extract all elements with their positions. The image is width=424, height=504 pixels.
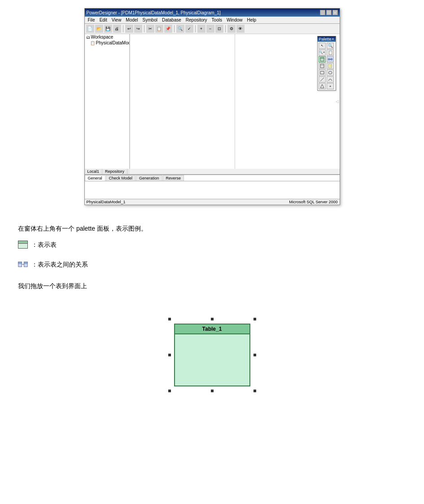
btab-general[interactable]: General xyxy=(85,175,105,181)
status-bar: PhysicalDataModel_1 Microsoft SQL Server… xyxy=(85,199,340,205)
palette-zoom-tool[interactable]: 🔍 xyxy=(327,43,334,49)
handle-bottom-right[interactable] xyxy=(253,389,257,393)
palette-pointer-tool[interactable]: ↖ xyxy=(319,43,326,49)
palette-note-tool[interactable] xyxy=(327,63,334,69)
menu-bar: File Edit View Model Symbol Database Rep… xyxy=(85,17,340,24)
palette-line-tool[interactable] xyxy=(319,76,326,83)
desc-text-1: 在窗体右上角有一个 palette 面板，表示图例。 xyxy=(18,225,147,232)
palette-view-tool[interactable] xyxy=(319,63,326,69)
sidebar: 🗂 Workspace 📋 PhysicalDataModel_1 xyxy=(85,34,130,169)
sidebar-model-label: PhysicalDataModel_1 xyxy=(96,40,130,45)
palette-title-bar: Palette × xyxy=(318,36,336,42)
btab-reverse[interactable]: Reverse xyxy=(163,175,184,181)
table-body-area xyxy=(175,334,249,386)
handle-top-middle[interactable] xyxy=(210,317,214,321)
handle-bottom-middle[interactable] xyxy=(210,389,214,393)
palette-clipboard[interactable]: 📋 xyxy=(327,49,334,56)
tb-open[interactable]: 📂 xyxy=(95,25,103,33)
menu-help[interactable]: Help xyxy=(245,17,259,23)
tb-undo[interactable]: ↩ xyxy=(125,25,133,33)
palette-relation-tool[interactable] xyxy=(327,56,334,62)
table-box: Table_1 xyxy=(174,324,250,386)
desc-text-icon1: ：表示表 xyxy=(31,238,57,251)
tb-zoom-out[interactable]: − xyxy=(206,25,214,33)
canvas-resize-handle[interactable]: ◁ xyxy=(336,99,339,104)
sidebar-item-model[interactable]: 📋 PhysicalDataModel_1 xyxy=(85,40,129,46)
tb-new[interactable]: 📄 xyxy=(86,25,94,33)
desc-icon-row-1: ：表示表 xyxy=(18,238,406,251)
menu-model[interactable]: Model xyxy=(123,17,140,23)
desc-line-2: 我们拖放一个表到界面上 xyxy=(18,280,406,292)
tb-find[interactable]: 🔍 xyxy=(176,25,184,33)
tb-zoom-in[interactable]: + xyxy=(197,25,205,33)
palette-ellipse-tool[interactable] xyxy=(327,70,334,76)
tb-cut[interactable]: ✂ xyxy=(146,25,154,33)
window-title: PowerDesigner - [PDM1PhysicalDataModel_1… xyxy=(87,10,221,15)
maximize-button[interactable]: □ xyxy=(326,10,332,15)
close-button[interactable]: × xyxy=(332,10,338,15)
menu-file[interactable]: File xyxy=(86,17,97,23)
menu-repository[interactable]: Repository xyxy=(184,17,210,23)
table-diagram: Table_1 xyxy=(170,319,255,391)
sidebar-tabs: Local1 Repository xyxy=(85,168,130,174)
tb-paste[interactable]: 📌 xyxy=(164,25,172,33)
app-window: PowerDesigner - [PDM1PhysicalDataModel_1… xyxy=(84,8,340,205)
svg-point-3 xyxy=(328,58,330,60)
sidebar-tab-repository[interactable]: Repository xyxy=(102,169,127,174)
model-icon: 📋 xyxy=(90,41,95,45)
handle-middle-right[interactable] xyxy=(253,353,257,357)
menu-window[interactable]: Window xyxy=(224,17,245,23)
handle-middle-left[interactable] xyxy=(168,353,171,357)
toolbar-sep-1 xyxy=(123,25,123,32)
menu-tools[interactable]: Tools xyxy=(210,17,224,23)
handle-top-left[interactable] xyxy=(168,317,171,321)
svg-point-4 xyxy=(331,58,332,60)
tb-print[interactable]: 🖨 xyxy=(113,25,121,33)
palette-close-icon[interactable]: × xyxy=(332,37,334,41)
btab-generation[interactable]: Generation xyxy=(136,175,162,181)
palette-grid: ↖ 🔍 🔍+ 📋 xyxy=(318,42,336,90)
sidebar-workspace-label: Workspace xyxy=(91,35,114,39)
svg-marker-13 xyxy=(320,84,324,88)
menu-view[interactable]: View xyxy=(109,17,124,23)
workspace-icon: 🗂 xyxy=(86,35,90,39)
tb-generate[interactable]: ⚙ xyxy=(227,25,236,33)
tb-zoom-fit[interactable]: ⊡ xyxy=(215,25,223,33)
tb-redo[interactable]: ↪ xyxy=(134,25,142,33)
menu-edit[interactable]: Edit xyxy=(97,17,109,23)
menu-symbol[interactable]: Symbol xyxy=(140,17,160,23)
toolbar-sep-4 xyxy=(195,25,196,32)
tb-preview[interactable]: 👁 xyxy=(236,25,245,33)
canvas-guide-line xyxy=(235,34,235,169)
palette-table-tool[interactable] xyxy=(319,56,326,62)
palette-zoom-plus[interactable]: 🔍+ xyxy=(319,49,326,56)
minimize-button[interactable]: _ xyxy=(320,10,325,15)
palette-rect-tool[interactable] xyxy=(319,70,326,76)
diagram-canvas[interactable]: Palette × ↖ 🔍 🔍+ 📋 xyxy=(130,34,340,169)
handle-top-right[interactable] xyxy=(253,317,257,321)
bottom-content xyxy=(85,181,340,197)
svg-line-12 xyxy=(320,78,324,81)
btab-check[interactable]: Check Model xyxy=(106,175,136,181)
handle-bottom-left[interactable] xyxy=(168,389,171,393)
toolbar-sep-5 xyxy=(225,25,226,32)
svg-rect-7 xyxy=(328,64,332,68)
svg-point-11 xyxy=(328,71,332,74)
description-section: 在窗体右上角有一个 palette 面板，表示图例。 ：表示表 ：表示表之间的关… xyxy=(0,213,424,315)
palette-triangle-tool[interactable] xyxy=(319,83,326,89)
desc-icon-row-2: ：表示表之间的关系 xyxy=(18,258,406,271)
desc-text-2: 我们拖放一个表到界面上 xyxy=(18,282,87,289)
sidebar-item-workspace[interactable]: 🗂 Workspace xyxy=(85,34,129,40)
svg-rect-19 xyxy=(24,262,27,264)
menu-database[interactable]: Database xyxy=(160,17,184,23)
palette-extra-tool[interactable]: + xyxy=(327,83,334,89)
main-area: 🗂 Workspace 📋 PhysicalDataModel_1 Palett… xyxy=(85,34,340,169)
sidebar-tab-local[interactable]: Local1 xyxy=(85,169,103,174)
tb-save[interactable]: 💾 xyxy=(104,25,112,33)
tb-check[interactable]: ✓ xyxy=(185,25,193,33)
palette-arc-tool[interactable] xyxy=(327,76,334,83)
tb-copy[interactable]: 📋 xyxy=(155,25,163,33)
toolbar-1: 📄 📂 💾 🖨 ↩ ↪ ✂ 📋 📌 🔍 ✓ + − ⊡ ⚙ 👁 xyxy=(85,24,340,34)
table-icon xyxy=(18,241,28,249)
status-db: Microsoft SQL Server 2000 xyxy=(289,200,337,204)
